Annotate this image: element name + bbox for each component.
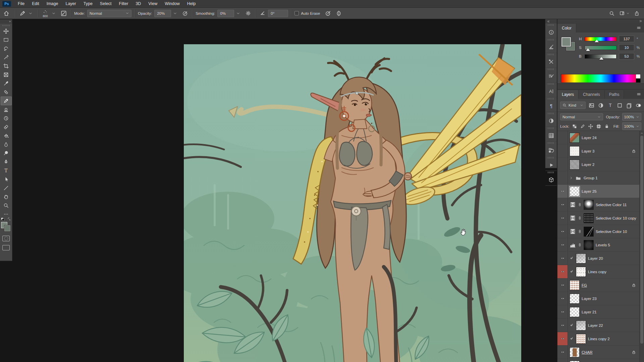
frame-tool[interactable] xyxy=(1,70,12,79)
layer-row[interactable]: Layer 25 xyxy=(557,185,644,198)
layer-row[interactable]: Layer 20 xyxy=(557,252,644,265)
menu-help[interactable]: Help xyxy=(183,0,200,7)
panel-icon-tool-presets[interactable] xyxy=(545,56,557,68)
layer-thumbnail[interactable] xyxy=(570,133,580,143)
layers-scrollbar[interactable] xyxy=(639,131,644,362)
lasso-tool[interactable] xyxy=(1,44,12,53)
lock-transparency-icon[interactable] xyxy=(572,124,577,129)
layer-visibility-toggle[interactable] xyxy=(557,212,568,225)
filter-kind-dropdown[interactable]: Kind xyxy=(560,102,586,109)
background-color-swatch[interactable] xyxy=(4,225,10,231)
lock-all-icon[interactable] xyxy=(604,124,609,129)
dodge-tool[interactable] xyxy=(1,149,12,158)
layer-row[interactable]: Selective Color 10 xyxy=(557,225,644,238)
layer-row[interactable]: Layer 23 xyxy=(557,292,644,305)
panel-icon-paragraph[interactable]: ¶ xyxy=(545,100,557,112)
layer-mask-thumbnail[interactable] xyxy=(584,240,594,250)
layer-mask-thumbnail[interactable] xyxy=(584,200,594,210)
menu-layer[interactable]: Layer xyxy=(62,0,79,7)
layer-visibility-toggle[interactable] xyxy=(557,332,568,345)
panel-icon-3d[interactable] xyxy=(545,174,557,186)
layer-thumbnail[interactable] xyxy=(570,280,580,290)
history-brush-tool[interactable] xyxy=(1,114,12,123)
layer-row[interactable]: Layer 22 xyxy=(557,319,644,332)
auto-erase-checkbox[interactable] xyxy=(294,11,299,15)
brush-settings-panel-icon[interactable] xyxy=(60,10,68,16)
layer-name[interactable]: Layer 23 xyxy=(582,297,597,301)
layer-row[interactable]: Layer 3 xyxy=(557,144,644,158)
slider-marker[interactable] xyxy=(586,48,590,51)
clone-stamp-tool[interactable] xyxy=(1,105,12,114)
layer-fill-field[interactable]: 100% xyxy=(622,122,641,130)
brush-angle-field[interactable]: 0° xyxy=(268,10,288,17)
layer-name[interactable]: Layer 3 xyxy=(582,149,594,153)
menu-3d[interactable]: 3D xyxy=(132,0,145,7)
layer-thumbnail[interactable] xyxy=(570,146,580,156)
mask-link-icon[interactable] xyxy=(578,216,582,221)
panel-icon-history[interactable] xyxy=(545,144,557,156)
layer-name[interactable]: Levels 5 xyxy=(596,243,610,247)
levels-adjustment-icon[interactable] xyxy=(570,242,576,248)
selective-color-adjustment-icon[interactable] xyxy=(570,215,576,221)
layer-opacity-field[interactable]: 100% xyxy=(622,113,641,121)
layer-name[interactable]: Layer 22 xyxy=(588,323,603,327)
layer-thumbnail[interactable] xyxy=(576,253,586,263)
tab-channels[interactable]: Channels xyxy=(579,90,605,99)
layer-thumbnail[interactable] xyxy=(570,294,580,304)
slider-value-h[interactable]: 137 xyxy=(619,36,634,42)
tab-layers[interactable]: Layers xyxy=(557,90,579,99)
scroll-up-icon[interactable] xyxy=(640,131,644,135)
tab-paths[interactable]: Paths xyxy=(605,90,624,99)
layer-visibility-toggle[interactable] xyxy=(557,292,568,305)
layer-thumbnail[interactable] xyxy=(570,307,580,317)
mask-link-icon[interactable] xyxy=(578,242,582,247)
layer-name[interactable]: Layer 2 xyxy=(582,163,594,167)
layers-panel-menu-icon[interactable] xyxy=(636,92,641,96)
spot-healing-brush-tool[interactable] xyxy=(1,88,12,97)
layer-row[interactable]: Selective Color 11 xyxy=(557,198,644,212)
layer-visibility-toggle[interactable] xyxy=(557,225,568,238)
pixel-layer-filter-icon[interactable] xyxy=(589,103,594,108)
layer-visibility-toggle[interactable] xyxy=(557,319,568,332)
layer-name[interactable]: Selective Color 11 xyxy=(596,203,627,207)
layer-thumbnail[interactable] xyxy=(570,186,580,196)
layer-row[interactable]: Group 1 xyxy=(557,171,644,185)
layer-thumbnail[interactable] xyxy=(576,334,586,344)
quick-mask-button[interactable] xyxy=(2,236,10,241)
layer-row[interactable]: Lines copy xyxy=(557,265,644,279)
panel-icon-info[interactable] xyxy=(545,26,557,38)
document-canvas-artwork[interactable] xyxy=(184,44,521,362)
panel-icon-swatches[interactable] xyxy=(545,130,557,141)
lock-position-icon[interactable] xyxy=(588,124,593,129)
default-colors-icon[interactable] xyxy=(1,218,4,221)
panel-icon-adjustments[interactable] xyxy=(545,115,557,127)
color-panel-fg-swatch[interactable] xyxy=(561,37,571,47)
layer-visibility-toggle[interactable] xyxy=(557,265,568,278)
layer-name[interactable]: Layer 20 xyxy=(588,256,603,260)
brush-picker-chevron-icon[interactable] xyxy=(50,11,58,15)
share-icon[interactable] xyxy=(634,11,639,16)
layer-row[interactable]: Layer 21 xyxy=(557,305,644,319)
color-spectrum-ramp[interactable] xyxy=(561,74,641,83)
line-tool[interactable] xyxy=(1,184,12,192)
layer-thumbnail[interactable] xyxy=(576,320,586,330)
panel-icon-brushes[interactable] xyxy=(545,71,557,82)
shape-layer-filter-icon[interactable] xyxy=(617,103,623,108)
tool-preset-chevron-icon[interactable] xyxy=(26,11,35,15)
slider-value-b[interactable]: 53 xyxy=(619,53,634,60)
layer-name[interactable]: Selective Color 10 xyxy=(596,230,627,234)
adjustment-layer-filter-icon[interactable] xyxy=(598,103,604,108)
layer-visibility-toggle[interactable] xyxy=(557,144,568,158)
layer-name[interactable]: Selective Color 10 copy xyxy=(596,216,636,220)
layer-row[interactable]: Levels 5 xyxy=(557,238,644,252)
layer-thumbnail[interactable] xyxy=(576,267,586,277)
smoothing-gear-icon[interactable] xyxy=(244,10,252,16)
eyedropper-tool[interactable] xyxy=(1,79,12,88)
hand-tool[interactable] xyxy=(1,192,12,201)
type-layer-filter-icon[interactable]: T xyxy=(607,103,613,108)
layer-visibility-toggle[interactable] xyxy=(557,158,568,171)
layer-name[interactable]: Layer 21 xyxy=(582,310,597,314)
pencil-tool[interactable] xyxy=(1,97,12,105)
menu-edit[interactable]: Edit xyxy=(28,0,43,7)
lock-pixels-icon[interactable] xyxy=(580,124,585,129)
